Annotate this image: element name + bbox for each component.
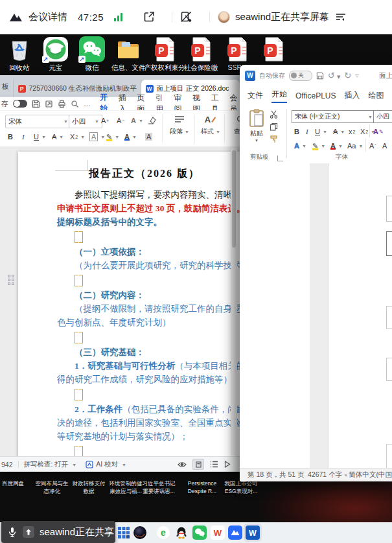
paragraph-menu-button[interactable]: 段落▼ <box>166 113 193 136</box>
content-field-box[interactable] <box>386 231 392 256</box>
italic-icon[interactable]: I <box>306 126 308 137</box>
redo-icon[interactable]: ↻ <box>344 71 351 80</box>
read-mode-icon[interactable] <box>224 461 231 468</box>
taskbar-icon-tencent-meeting[interactable] <box>228 526 242 540</box>
undo-icon[interactable]: ↺▼ <box>328 71 340 80</box>
paste-button[interactable]: 粘贴 ▼ <box>249 109 264 143</box>
document-page[interactable]: 报告正文（2026 版） 参照以下提纲撰写，要求内容翔实、清晰，层次分申请书正文… <box>18 152 240 457</box>
content-control-brackets[interactable] <box>57 272 240 288</box>
clipboard-dialog-launcher[interactable] <box>277 156 283 161</box>
annotation-off-icon[interactable] <box>180 11 192 23</box>
grow-font-icon[interactable]: A+ <box>101 115 109 126</box>
taskbar-icon-word[interactable]: W <box>244 524 262 542</box>
save-icon[interactable] <box>32 100 40 108</box>
page-indicator[interactable]: 第 18 页，共 51 页 <box>248 470 305 479</box>
font-name-select[interactable]: 宋体 (中文正文)▼ <box>292 110 376 123</box>
member-list-icon[interactable] <box>336 12 346 21</box>
font-size-select[interactable]: 小四▼ <box>373 110 392 123</box>
superscript-icon[interactable]: X2▼ <box>70 131 85 143</box>
styles-menu-button[interactable]: A 样式▼ <box>197 113 224 136</box>
autosave-toggle[interactable] <box>13 100 27 108</box>
taskbar-icon-wechat[interactable] <box>192 526 207 540</box>
char-shading-icon[interactable]: A <box>145 131 152 143</box>
content-field-box[interactable] <box>386 358 392 381</box>
bold-icon[interactable]: B <box>294 126 299 137</box>
taskbar-icon-browser-360[interactable]: e <box>156 526 170 540</box>
strikethrough-icon[interactable]: A▼ <box>333 126 345 137</box>
word-menu-插入[interactable]: 插入 <box>344 90 360 101</box>
desktop-icon-yuanbao[interactable]: ↗元宝 <box>38 36 74 75</box>
word-menu-开始[interactable]: 开始 <box>271 89 287 103</box>
language-indicator[interactable]: 简体中文(中国 <box>349 470 392 479</box>
page-view-icon[interactable] <box>192 459 204 470</box>
save-icon[interactable] <box>316 72 324 80</box>
subscript-icon[interactable]: x2 <box>349 126 355 137</box>
wps-document-area[interactable]: 报告正文（2026 版） 参照以下提纲撰写，要求内容翔实、清晰，层次分申请书正文… <box>0 146 240 457</box>
desktop-icon-folder[interactable]: 信息、文件 <box>110 36 146 75</box>
word-menu-文件[interactable]: 文件 <box>248 90 263 101</box>
font-size-select[interactable]: 小四▼ <box>69 115 102 128</box>
highlight-icon[interactable]: ✎▼ <box>106 131 119 143</box>
font-color-red-icon[interactable]: A▼ <box>330 141 343 151</box>
highlight-icon[interactable]: ✎▼ <box>312 141 325 151</box>
shrink-font-icon[interactable]: A− <box>117 115 124 126</box>
taskbar-icon-wps-office[interactable]: W <box>211 526 225 540</box>
format-painter-icon[interactable] <box>270 135 278 143</box>
ai-proof-button[interactable]: AI 校对 ▼ <box>96 460 126 469</box>
word-count[interactable]: 42671 个字 <box>308 470 342 479</box>
underline-icon[interactable]: U▼ <box>34 131 46 143</box>
taskbar-icon-qq[interactable] <box>174 526 189 540</box>
change-case-icon[interactable]: Aa▼ <box>347 141 363 151</box>
scrollbar-thumb[interactable] <box>232 150 236 248</box>
navigation-pane[interactable] <box>240 163 310 468</box>
share-screen-icon[interactable] <box>143 11 155 23</box>
qat-more-icon[interactable]: … <box>84 100 91 108</box>
content-control-brackets[interactable] <box>57 229 240 245</box>
clear-format-icon[interactable] <box>148 115 156 126</box>
outline-view-icon[interactable] <box>210 461 218 468</box>
taskbar-icon-start-grid[interactable] <box>117 526 131 540</box>
font-name-select[interactable]: 宋体▼ <box>5 115 71 128</box>
word-document-page[interactable] <box>328 163 392 468</box>
preview-icon[interactable] <box>71 100 79 108</box>
font-color-icon[interactable]: A▼ <box>124 131 137 143</box>
divider <box>365 139 366 152</box>
content-field-box[interactable] <box>386 444 392 468</box>
text-effects-icon[interactable]: A✎ <box>373 126 384 137</box>
desktop-icon-wechat[interactable]: ↗微信 <box>74 36 110 75</box>
content-field-box[interactable] <box>386 196 392 222</box>
underline-icon[interactable]: U▼ <box>315 126 327 137</box>
block-drag-handle[interactable] <box>8 275 14 285</box>
eye-icon[interactable] <box>178 461 187 468</box>
strikethrough-icon[interactable]: A▼ <box>52 131 63 143</box>
content-control-brackets[interactable] <box>57 329 240 345</box>
proofing-icon[interactable] <box>345 472 347 479</box>
spellcheck-status[interactable]: 拼写检查: 打开 ▼ <box>24 460 77 469</box>
grow2-icon[interactable]: Aˆ <box>369 141 376 151</box>
shrink2-icon[interactable]: A <box>382 141 387 151</box>
italic-icon[interactable]: I <box>22 131 25 143</box>
content-field-box[interactable] <box>386 306 392 329</box>
phonetic-guide-icon[interactable]: A▼ <box>89 131 105 143</box>
taskbar-icon-dark-browser[interactable] <box>133 526 147 540</box>
bold-icon[interactable]: B <box>8 131 13 143</box>
export-icon[interactable] <box>45 100 53 108</box>
word-document-area[interactable] <box>240 163 392 468</box>
wps-tab-fragment[interactable]: 板 <box>2 82 9 91</box>
word-menu-OfficePLUS[interactable]: OfficePLUS <box>295 91 336 100</box>
cut-icon[interactable] <box>270 110 278 119</box>
print-icon[interactable] <box>58 100 66 108</box>
wordart-icon[interactable]: A▼ <box>294 141 306 151</box>
autosave-toggle[interactable]: 关 <box>289 71 312 81</box>
word-menu-绘图[interactable]: 绘图 <box>368 90 384 101</box>
desktop-icon-recycle-bin[interactable]: 回收站 <box>1 36 38 75</box>
text-effect-icon[interactable]: A▼ <box>131 115 143 126</box>
content-control-brackets[interactable] <box>57 443 240 457</box>
copy-icon[interactable] <box>270 122 278 131</box>
content-control-brackets[interactable] <box>57 386 240 402</box>
meeting-details-button[interactable]: 会议详情 <box>29 11 67 23</box>
desktop-icon-pdf[interactable]: P产权权利束分 <box>146 36 183 75</box>
qat-more-icon[interactable]: ▽ <box>355 73 358 78</box>
wps-vertical-scrollbar[interactable] <box>231 148 237 456</box>
desktop-icon-pdf[interactable]: P社会保险缴 <box>183 36 219 75</box>
